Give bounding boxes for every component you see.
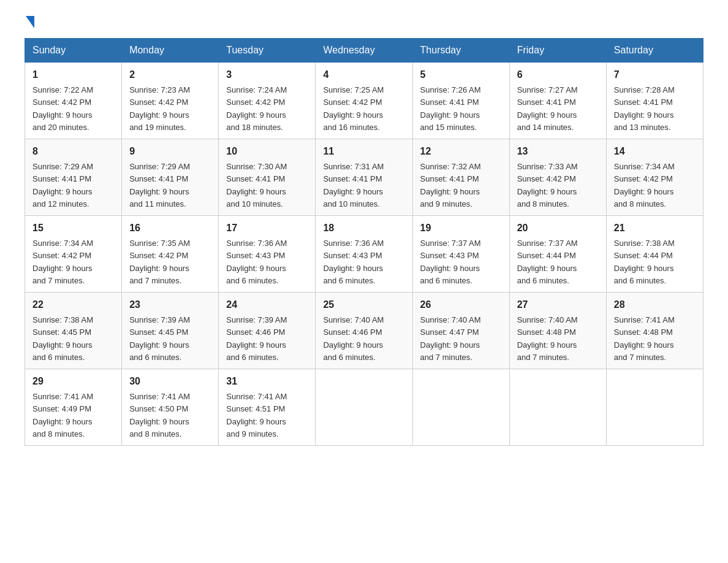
calendar-header-monday: Monday [122,39,219,63]
day-number: 9 [129,144,211,159]
calendar-cell: 30Sunrise: 7:41 AMSunset: 4:50 PMDayligh… [122,369,219,446]
calendar-cell: 20Sunrise: 7:37 AMSunset: 4:44 PMDayligh… [509,216,606,293]
page-header [25,18,703,26]
day-info: Sunrise: 7:38 AMSunset: 4:44 PMDaylight:… [614,239,675,285]
calendar-week-5: 29Sunrise: 7:41 AMSunset: 4:49 PMDayligh… [25,369,703,446]
day-info: Sunrise: 7:32 AMSunset: 4:41 PMDaylight:… [420,162,481,209]
calendar-cell: 18Sunrise: 7:36 AMSunset: 4:43 PMDayligh… [316,216,412,293]
calendar-week-1: 1Sunrise: 7:22 AMSunset: 4:42 PMDaylight… [25,63,703,139]
calendar-cell: 9Sunrise: 7:29 AMSunset: 4:41 PMDaylight… [122,139,219,216]
day-info: Sunrise: 7:26 AMSunset: 4:41 PMDaylight:… [420,85,481,132]
calendar-cell: 4Sunrise: 7:25 AMSunset: 4:42 PMDaylight… [316,63,412,139]
day-number: 1 [32,67,114,82]
day-number: 7 [614,67,696,82]
day-info: Sunrise: 7:34 AMSunset: 4:42 PMDaylight:… [614,162,675,209]
day-info: Sunrise: 7:28 AMSunset: 4:41 PMDaylight:… [614,85,675,132]
day-number: 14 [614,144,696,159]
calendar-cell: 6Sunrise: 7:27 AMSunset: 4:41 PMDaylight… [509,63,606,139]
day-info: Sunrise: 7:31 AMSunset: 4:41 PMDaylight:… [323,162,384,209]
calendar-header-friday: Friday [509,39,606,63]
day-number: 3 [226,67,308,82]
day-info: Sunrise: 7:41 AMSunset: 4:49 PMDaylight:… [32,392,93,439]
day-info: Sunrise: 7:39 AMSunset: 4:46 PMDaylight:… [226,315,287,362]
day-number: 24 [226,297,308,312]
day-number: 26 [420,297,502,312]
day-number: 6 [517,67,599,82]
calendar-cell: 12Sunrise: 7:32 AMSunset: 4:41 PMDayligh… [412,139,509,216]
day-number: 8 [32,144,114,159]
calendar-cell: 28Sunrise: 7:41 AMSunset: 4:48 PMDayligh… [606,293,703,369]
day-info: Sunrise: 7:34 AMSunset: 4:42 PMDaylight:… [32,239,93,285]
day-number: 21 [614,221,696,236]
calendar-cell: 14Sunrise: 7:34 AMSunset: 4:42 PMDayligh… [606,139,703,216]
calendar-cell: 2Sunrise: 7:23 AMSunset: 4:42 PMDaylight… [122,63,219,139]
day-info: Sunrise: 7:29 AMSunset: 4:41 PMDaylight:… [32,162,93,209]
day-number: 11 [323,144,404,159]
day-info: Sunrise: 7:29 AMSunset: 4:41 PMDaylight:… [129,162,190,209]
calendar-week-2: 8Sunrise: 7:29 AMSunset: 4:41 PMDaylight… [25,139,703,216]
day-info: Sunrise: 7:36 AMSunset: 4:43 PMDaylight:… [226,239,287,285]
day-number: 16 [129,221,211,236]
calendar-cell: 17Sunrise: 7:36 AMSunset: 4:43 PMDayligh… [219,216,316,293]
calendar-header-wednesday: Wednesday [316,39,412,63]
calendar-cell: 8Sunrise: 7:29 AMSunset: 4:41 PMDaylight… [25,139,122,216]
calendar-table: SundayMondayTuesdayWednesdayThursdayFrid… [25,38,703,446]
day-info: Sunrise: 7:25 AMSunset: 4:42 PMDaylight:… [323,85,384,132]
calendar-cell [606,369,703,446]
calendar-cell: 16Sunrise: 7:35 AMSunset: 4:42 PMDayligh… [122,216,219,293]
day-number: 12 [420,144,502,159]
day-number: 15 [32,221,114,236]
day-info: Sunrise: 7:40 AMSunset: 4:48 PMDaylight:… [517,315,578,362]
calendar-cell: 27Sunrise: 7:40 AMSunset: 4:48 PMDayligh… [509,293,606,369]
logo [25,18,34,26]
calendar-cell: 13Sunrise: 7:33 AMSunset: 4:42 PMDayligh… [509,139,606,216]
day-info: Sunrise: 7:40 AMSunset: 4:47 PMDaylight:… [420,315,481,362]
day-number: 20 [517,221,599,236]
calendar-header-thursday: Thursday [412,39,509,63]
calendar-cell: 11Sunrise: 7:31 AMSunset: 4:41 PMDayligh… [316,139,412,216]
calendar-cell: 25Sunrise: 7:40 AMSunset: 4:46 PMDayligh… [316,293,412,369]
day-number: 29 [32,374,114,389]
calendar-cell: 29Sunrise: 7:41 AMSunset: 4:49 PMDayligh… [25,369,122,446]
day-info: Sunrise: 7:41 AMSunset: 4:51 PMDaylight:… [226,392,287,439]
day-number: 19 [420,221,502,236]
calendar-body: 1Sunrise: 7:22 AMSunset: 4:42 PMDaylight… [25,63,703,446]
day-number: 25 [323,297,404,312]
calendar-cell: 10Sunrise: 7:30 AMSunset: 4:41 PMDayligh… [219,139,316,216]
day-info: Sunrise: 7:37 AMSunset: 4:43 PMDaylight:… [420,239,481,285]
day-number: 18 [323,221,404,236]
calendar-header-saturday: Saturday [606,39,703,63]
calendar-cell: 3Sunrise: 7:24 AMSunset: 4:42 PMDaylight… [219,63,316,139]
calendar-cell: 31Sunrise: 7:41 AMSunset: 4:51 PMDayligh… [219,369,316,446]
day-info: Sunrise: 7:22 AMSunset: 4:42 PMDaylight:… [32,85,93,132]
calendar-cell [316,369,412,446]
day-number: 22 [32,297,114,312]
calendar-cell: 19Sunrise: 7:37 AMSunset: 4:43 PMDayligh… [412,216,509,293]
day-number: 17 [226,221,308,236]
calendar-cell: 22Sunrise: 7:38 AMSunset: 4:45 PMDayligh… [25,293,122,369]
calendar-cell: 23Sunrise: 7:39 AMSunset: 4:45 PMDayligh… [122,293,219,369]
calendar-cell [509,369,606,446]
calendar-week-3: 15Sunrise: 7:34 AMSunset: 4:42 PMDayligh… [25,216,703,293]
day-number: 23 [129,297,211,312]
calendar-cell: 26Sunrise: 7:40 AMSunset: 4:47 PMDayligh… [412,293,509,369]
calendar-cell: 5Sunrise: 7:26 AMSunset: 4:41 PMDaylight… [412,63,509,139]
calendar-cell: 21Sunrise: 7:38 AMSunset: 4:44 PMDayligh… [606,216,703,293]
day-info: Sunrise: 7:39 AMSunset: 4:45 PMDaylight:… [129,315,190,362]
day-number: 10 [226,144,308,159]
calendar-cell: 24Sunrise: 7:39 AMSunset: 4:46 PMDayligh… [219,293,316,369]
day-info: Sunrise: 7:30 AMSunset: 4:41 PMDaylight:… [226,162,287,209]
day-number: 31 [226,374,308,389]
calendar-header-tuesday: Tuesday [219,39,316,63]
day-info: Sunrise: 7:41 AMSunset: 4:48 PMDaylight:… [614,315,675,362]
day-number: 13 [517,144,599,159]
day-number: 27 [517,297,599,312]
calendar-week-4: 22Sunrise: 7:38 AMSunset: 4:45 PMDayligh… [25,293,703,369]
day-info: Sunrise: 7:37 AMSunset: 4:44 PMDaylight:… [517,239,578,285]
day-info: Sunrise: 7:27 AMSunset: 4:41 PMDaylight:… [517,85,578,132]
day-number: 28 [614,297,696,312]
day-info: Sunrise: 7:38 AMSunset: 4:45 PMDaylight:… [32,315,93,362]
calendar-cell: 15Sunrise: 7:34 AMSunset: 4:42 PMDayligh… [25,216,122,293]
day-number: 30 [129,374,211,389]
calendar-header-sunday: Sunday [25,39,122,63]
